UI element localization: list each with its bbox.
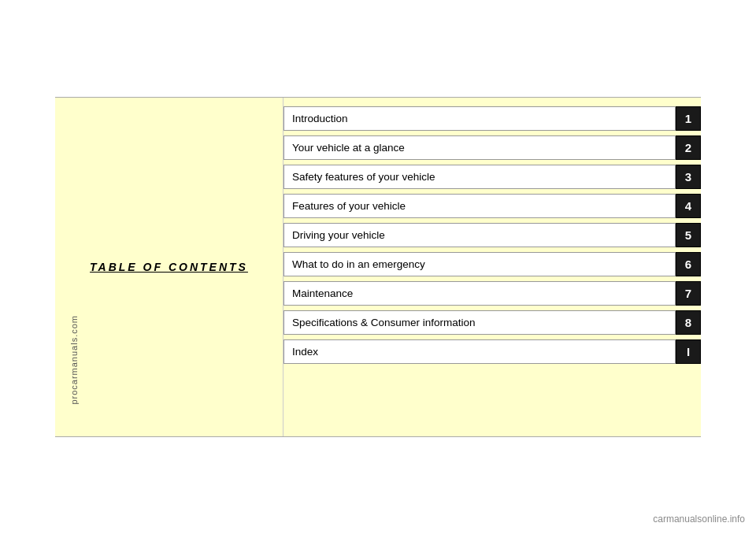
toc-label-6: What to do in an emergency (284, 252, 676, 276)
toc-row[interactable]: Specifications & Consumer information8 (284, 310, 701, 335)
toc-row[interactable]: Features of your vehicle4 (284, 194, 701, 218)
toc-title: TABLE OF CONTENTS (90, 261, 248, 273)
toc-number-1: 1 (676, 106, 701, 131)
toc-label-7: Maintenance (284, 281, 676, 306)
page-container: procarmanuals.com TABLE OF CONTENTS Intr… (0, 0, 756, 534)
toc-label-9: Index (284, 339, 676, 364)
toc-row[interactable]: What to do in an emergency6 (284, 252, 701, 276)
toc-number-6: 6 (676, 252, 701, 276)
side-watermark: procarmanuals.com (69, 315, 79, 405)
toc-number-9: I (676, 339, 701, 364)
toc-row[interactable]: Introduction1 (284, 106, 701, 131)
toc-label-3: Safety features of your vehicle (284, 165, 676, 189)
left-panel: procarmanuals.com TABLE OF CONTENTS (55, 98, 284, 436)
toc-number-7: 7 (676, 281, 701, 306)
main-frame: procarmanuals.com TABLE OF CONTENTS Intr… (55, 97, 701, 437)
toc-label-8: Specifications & Consumer information (284, 310, 676, 335)
toc-number-4: 4 (676, 194, 701, 218)
toc-label-2: Your vehicle at a glance (284, 135, 676, 160)
toc-label-1: Introduction (284, 106, 676, 131)
toc-number-5: 5 (676, 223, 701, 247)
bottom-watermark: carmanualsonline.info (653, 514, 745, 525)
toc-row[interactable]: IndexI (284, 339, 701, 364)
toc-label-4: Features of your vehicle (284, 194, 676, 218)
toc-row[interactable]: Your vehicle at a glance2 (284, 135, 701, 160)
toc-number-2: 2 (676, 135, 701, 160)
toc-row[interactable]: Maintenance7 (284, 281, 701, 306)
right-panel: Introduction1Your vehicle at a glance2Sa… (284, 98, 701, 436)
toc-number-8: 8 (676, 310, 701, 335)
toc-label-5: Driving your vehicle (284, 223, 676, 247)
toc-number-3: 3 (676, 165, 701, 189)
toc-row[interactable]: Safety features of your vehicle3 (284, 165, 701, 189)
toc-row[interactable]: Driving your vehicle5 (284, 223, 701, 247)
